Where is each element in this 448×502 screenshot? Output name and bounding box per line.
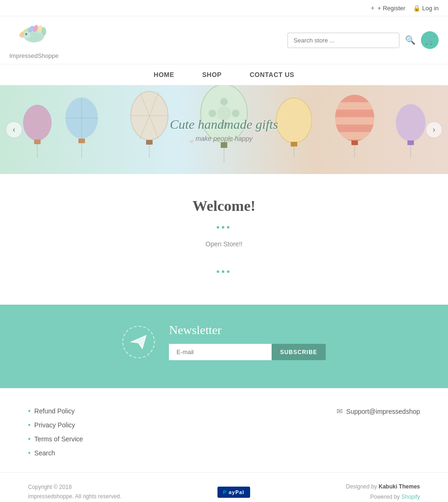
designed-by-value: Kabuki Themes [378, 483, 420, 490]
lock-icon: 🔒 [413, 5, 420, 12]
svg-point-30 [220, 98, 228, 105]
email-input[interactable] [169, 344, 272, 360]
nav-home[interactable]: HOME [154, 71, 174, 78]
main-nav: HOME SHOP CONTACT US [0, 64, 448, 85]
svg-rect-42 [335, 125, 374, 132]
svg-rect-41 [335, 110, 374, 117]
svg-point-8 [23, 31, 31, 39]
footer-link-item: Refund Policy [28, 407, 83, 415]
copyright-line2: impressedshoppe. All rights reserved. [28, 493, 121, 500]
powered-by-label: Powered by [370, 494, 399, 500]
paper-plane-icon [130, 334, 147, 350]
subscribe-button[interactable]: SUBSCRIBE [272, 344, 326, 360]
cart-button[interactable]: 🛒 [421, 31, 439, 49]
footer-bottom: Copyright © 2018 impressedshoppe. All ri… [0, 472, 448, 502]
svg-rect-44 [351, 140, 358, 145]
hero-next-button[interactable]: › [426, 121, 442, 138]
footer-link-item: Search [28, 449, 83, 457]
plus-icon: ＋ [370, 4, 376, 12]
open-store-text: Open Store!! [9, 240, 439, 248]
svg-rect-26 [146, 140, 153, 145]
svg-point-10 [26, 34, 26, 34]
login-link[interactable]: 🔒 Log in [413, 5, 439, 12]
hero-prev-button[interactable]: ‹ [6, 121, 22, 138]
svg-point-9 [25, 33, 27, 35]
footer-links: Refund Policy Privacy Policy Terms of Se… [0, 388, 448, 472]
welcome-title: Welcome! [9, 197, 439, 215]
logo-bird-icon [13, 21, 55, 51]
paypal-p-letter: P [223, 489, 227, 495]
hero-banner: Cute handmade gifts make people happy ‹ … [0, 85, 448, 174]
search-cart-area: 🔍 🛒 [287, 31, 439, 49]
footer-nav-list: Refund Policy Privacy Policy Terms of Se… [28, 407, 83, 457]
hero-text-area: Cute handmade gifts make people happy [170, 117, 278, 142]
header-top: ＋ + Register 🔒 Log in [0, 0, 448, 16]
newsletter-form: SUBSCRIBE [169, 344, 326, 360]
footer-contact: ✉ Support@impressedshop [336, 407, 420, 416]
svg-rect-46 [407, 140, 414, 145]
svg-point-45 [396, 104, 426, 141]
logo-area[interactable]: ImpressedShoppe [9, 21, 59, 59]
shopify-link[interactable]: Shopify [401, 494, 420, 500]
paypal-badge: P ayPal [217, 487, 250, 498]
newsletter-icon [122, 326, 155, 358]
powered-by: Designed by Kabuki Themes Powered by Sho… [346, 482, 420, 502]
dots-separator-2: ••• [9, 266, 439, 277]
footer-link-item: Terms of Service [28, 435, 83, 443]
svg-rect-20 [78, 139, 85, 143]
copyright-text: Copyright © 2018 impressedshoppe. All ri… [28, 483, 121, 501]
logo-text: ImpressedShoppe [9, 52, 59, 59]
svg-rect-34 [221, 142, 227, 148]
contact-email: Support@impressedshop [346, 408, 420, 415]
terms-of-service-link[interactable]: Terms of Service [35, 435, 83, 443]
login-label: Log in [422, 5, 439, 12]
refund-policy-link[interactable]: Refund Policy [35, 407, 75, 415]
header-main: ImpressedShoppe 🔍 🛒 [0, 16, 448, 64]
paypal-label: ayPal [229, 489, 245, 495]
footer-link-item: Privacy Policy [28, 421, 83, 429]
newsletter-title: Newsletter [169, 323, 326, 337]
cart-icon: 🛒 [425, 35, 435, 45]
newsletter-section: Newsletter SUBSCRIBE [0, 305, 448, 388]
search-button[interactable]: 🔍 [403, 33, 417, 47]
designed-by-label: Designed by [346, 483, 377, 490]
register-link[interactable]: ＋ + Register [370, 4, 406, 12]
svg-point-32 [209, 110, 216, 117]
search-input[interactable] [287, 33, 399, 48]
main-content: Welcome! ••• Open Store!! ••• [0, 174, 448, 305]
register-label: + Register [378, 5, 406, 12]
nav-contact[interactable]: CONTACT US [250, 71, 294, 78]
footer-nav: Refund Policy Privacy Policy Terms of Se… [28, 407, 83, 463]
hero-title: Cute handmade gifts [170, 117, 278, 132]
search-link[interactable]: Search [35, 449, 55, 457]
privacy-policy-link[interactable]: Privacy Policy [35, 421, 75, 429]
svg-point-33 [232, 110, 239, 117]
dots-separator-1: ••• [9, 222, 439, 233]
newsletter-right: Newsletter SUBSCRIBE [169, 323, 326, 360]
email-icon: ✉ [336, 407, 343, 416]
copyright-line1: Copyright © 2018 [28, 484, 72, 490]
hero-subtitle: make people happy [170, 135, 278, 142]
svg-rect-37 [291, 142, 297, 146]
nav-shop[interactable]: SHOP [202, 71, 222, 78]
